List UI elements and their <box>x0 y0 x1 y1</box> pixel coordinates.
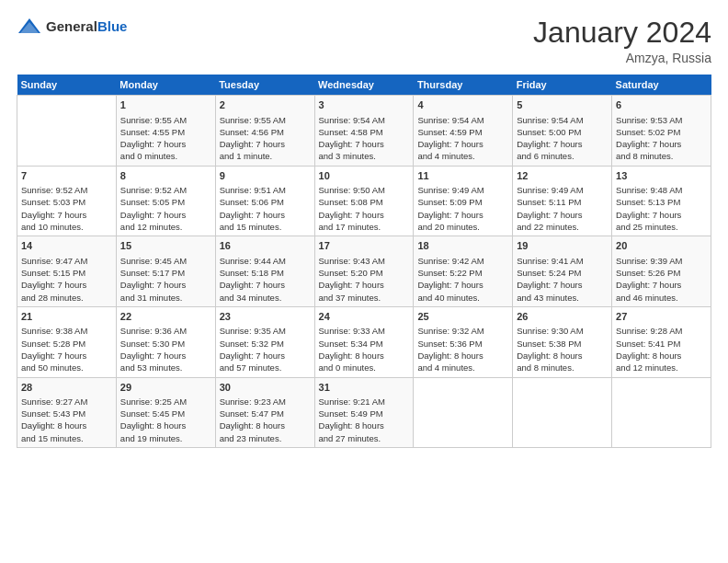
day-content: Daylight: 8 hours <box>517 350 608 362</box>
day-content: Sunrise: 9:49 AM <box>517 184 608 196</box>
day-content: and 23 minutes. <box>220 432 311 444</box>
day-content: Sunset: 5:26 PM <box>616 267 707 279</box>
day-content: Sunrise: 9:50 AM <box>319 184 410 196</box>
day-content: and 8 minutes. <box>616 150 707 162</box>
day-content: Sunrise: 9:38 AM <box>21 325 112 337</box>
day-content: and 4 minutes. <box>417 150 508 162</box>
header: GeneralBlue January 2024 Amzya, Russia <box>17 17 711 65</box>
weekday-header-thursday: Thursday <box>414 75 513 96</box>
day-content: Sunset: 5:32 PM <box>220 338 311 350</box>
day-number: 6 <box>616 98 707 112</box>
day-content: Sunrise: 9:51 AM <box>220 184 311 196</box>
day-number: 21 <box>21 310 112 324</box>
day-content: Daylight: 7 hours <box>220 279 311 291</box>
day-number: 7 <box>21 169 112 183</box>
calendar-cell <box>612 377 711 448</box>
calendar-cell: 14Sunrise: 9:47 AMSunset: 5:15 PMDayligh… <box>17 236 117 307</box>
calendar-cell: 16Sunrise: 9:44 AMSunset: 5:18 PMDayligh… <box>215 236 314 307</box>
day-number: 16 <box>220 239 311 253</box>
day-content: Sunrise: 9:28 AM <box>616 325 707 337</box>
day-number: 15 <box>120 239 211 253</box>
logo-icon <box>17 17 42 37</box>
calendar-cell: 17Sunrise: 9:43 AMSunset: 5:20 PMDayligh… <box>314 236 414 307</box>
day-content: and 31 minutes. <box>120 292 211 304</box>
calendar-cell: 18Sunrise: 9:42 AMSunset: 5:22 PMDayligh… <box>414 236 513 307</box>
day-content: and 1 minute. <box>220 150 311 162</box>
day-content: Sunset: 5:22 PM <box>417 267 508 279</box>
day-content: Daylight: 7 hours <box>319 209 410 221</box>
weekday-header-friday: Friday <box>513 75 612 96</box>
day-number: 13 <box>616 169 707 183</box>
day-content: Sunset: 5:36 PM <box>417 338 508 350</box>
calendar-cell: 10Sunrise: 9:50 AMSunset: 5:08 PMDayligh… <box>314 166 414 236</box>
day-content: Sunset: 5:15 PM <box>21 267 112 279</box>
weekday-header-sunday: Sunday <box>17 75 117 96</box>
calendar-cell: 29Sunrise: 9:25 AMSunset: 5:45 PMDayligh… <box>116 377 215 448</box>
day-content: Sunset: 5:08 PM <box>319 196 410 208</box>
page: GeneralBlue January 2024 Amzya, Russia S… <box>0 0 728 563</box>
day-content: Daylight: 7 hours <box>120 209 211 221</box>
day-number: 4 <box>417 98 508 112</box>
calendar-cell: 25Sunrise: 9:32 AMSunset: 5:36 PMDayligh… <box>414 306 513 377</box>
day-content: Sunset: 4:55 PM <box>120 126 211 138</box>
day-content: Sunrise: 9:39 AM <box>616 255 707 267</box>
day-content: Sunrise: 9:52 AM <box>120 184 211 196</box>
calendar-cell: 8Sunrise: 9:52 AMSunset: 5:05 PMDaylight… <box>116 166 215 236</box>
calendar-table: SundayMondayTuesdayWednesdayThursdayFrid… <box>17 75 711 448</box>
day-content: and 53 minutes. <box>120 362 211 373</box>
day-content: and 6 minutes. <box>517 150 608 162</box>
day-content: Daylight: 7 hours <box>120 279 211 291</box>
day-content: Daylight: 8 hours <box>417 350 508 362</box>
calendar-cell: 24Sunrise: 9:33 AMSunset: 5:34 PMDayligh… <box>314 306 414 377</box>
day-content: and 8 minutes. <box>517 362 608 373</box>
day-content: Sunset: 5:06 PM <box>220 196 311 208</box>
day-content: Sunset: 5:17 PM <box>120 267 211 279</box>
subtitle: Amzya, Russia <box>533 51 711 65</box>
weekday-header-tuesday: Tuesday <box>215 75 314 96</box>
day-content: Sunrise: 9:30 AM <box>517 325 608 337</box>
day-content: and 27 minutes. <box>319 432 410 444</box>
calendar-week-5: 28Sunrise: 9:27 AMSunset: 5:43 PMDayligh… <box>17 377 711 448</box>
day-number: 25 <box>417 310 508 324</box>
weekday-header-row: SundayMondayTuesdayWednesdayThursdayFrid… <box>17 75 711 96</box>
day-content: and 3 minutes. <box>319 150 410 162</box>
day-content: and 12 minutes. <box>616 362 707 373</box>
logo: GeneralBlue <box>17 17 127 37</box>
day-content: Sunrise: 9:42 AM <box>417 255 508 267</box>
day-content: Sunset: 5:28 PM <box>21 338 112 350</box>
day-number: 23 <box>220 310 311 324</box>
day-content: Sunset: 5:00 PM <box>517 126 608 138</box>
day-content: Daylight: 7 hours <box>220 209 311 221</box>
day-content: and 15 minutes. <box>21 432 112 444</box>
day-content: Daylight: 7 hours <box>517 279 608 291</box>
calendar-week-4: 21Sunrise: 9:38 AMSunset: 5:28 PMDayligh… <box>17 306 711 377</box>
day-content: Sunrise: 9:32 AM <box>417 325 508 337</box>
day-content: Sunset: 5:03 PM <box>21 196 112 208</box>
calendar-cell: 28Sunrise: 9:27 AMSunset: 5:43 PMDayligh… <box>17 377 117 448</box>
day-content: and 17 minutes. <box>319 221 410 233</box>
day-content: and 10 minutes. <box>21 221 112 233</box>
day-content: Sunrise: 9:25 AM <box>120 396 211 408</box>
calendar-cell: 7Sunrise: 9:52 AMSunset: 5:03 PMDaylight… <box>17 166 117 236</box>
calendar-cell: 11Sunrise: 9:49 AMSunset: 5:09 PMDayligh… <box>414 166 513 236</box>
day-content: Sunrise: 9:45 AM <box>120 255 211 267</box>
day-content: Sunset: 5:20 PM <box>319 267 410 279</box>
day-content: and 0 minutes. <box>319 362 410 373</box>
day-content: Sunset: 5:18 PM <box>220 267 311 279</box>
day-content: Sunrise: 9:36 AM <box>120 325 211 337</box>
title-block: January 2024 Amzya, Russia <box>533 17 711 65</box>
day-number: 8 <box>120 169 211 183</box>
day-number: 26 <box>517 310 608 324</box>
day-content: and 28 minutes. <box>21 292 112 304</box>
day-content: Daylight: 8 hours <box>319 350 410 362</box>
day-content: Daylight: 7 hours <box>21 350 112 362</box>
main-title: January 2024 <box>533 17 711 49</box>
day-content: Sunset: 5:34 PM <box>319 338 410 350</box>
day-content: Sunrise: 9:53 AM <box>616 114 707 126</box>
day-number: 20 <box>616 239 707 253</box>
logo-general: General <box>46 18 97 34</box>
day-content: Sunrise: 9:44 AM <box>220 255 311 267</box>
day-content: Daylight: 7 hours <box>616 279 707 291</box>
calendar-week-1: 1Sunrise: 9:55 AMSunset: 4:55 PMDaylight… <box>17 96 711 167</box>
day-content: and 25 minutes. <box>616 221 707 233</box>
